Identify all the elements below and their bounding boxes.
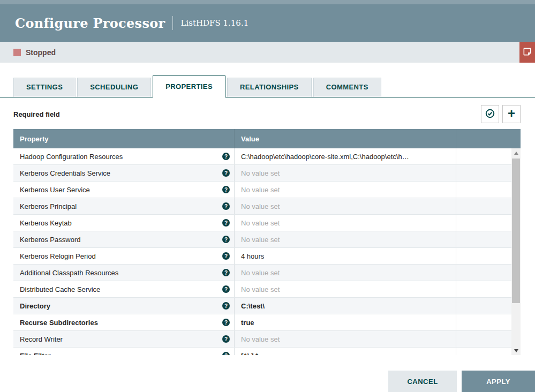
tab-bar: SETTINGS SCHEDULING PROPERTIES RELATIONS… <box>0 76 535 97</box>
help-icon[interactable] <box>222 302 230 310</box>
table-row: Additional Classpath Resources No value … <box>13 265 511 281</box>
row-filler-cell <box>456 148 511 164</box>
tab-relationships[interactable]: RELATIONSHIPS <box>227 78 312 97</box>
property-value[interactable]: true <box>235 314 456 330</box>
properties-table: Property Value Hadoop Configuration Reso… <box>13 129 521 355</box>
table-header: Property Value <box>13 129 521 148</box>
stopped-state-icon <box>13 49 21 56</box>
row-filler-cell <box>456 182 511 198</box>
property-value[interactable]: C:\hadoop\etc\hadoop\core-site.xml,C:\ha… <box>235 148 456 164</box>
row-filler-cell <box>456 281 511 297</box>
tab-properties[interactable]: PROPERTIES <box>153 76 225 97</box>
property-cell: Distributed Cache Service <box>13 281 235 297</box>
help-icon[interactable] <box>222 269 230 276</box>
help-icon[interactable] <box>222 285 230 293</box>
property-name: Kerberos Keytab <box>20 219 72 227</box>
property-value[interactable]: No value set <box>235 231 456 247</box>
scroll-up-arrow-icon[interactable] <box>511 148 521 157</box>
column-header-value: Value <box>235 129 456 148</box>
help-icon[interactable] <box>222 153 230 160</box>
help-icon[interactable] <box>222 252 230 260</box>
verify-properties-button[interactable] <box>481 105 499 123</box>
help-icon[interactable] <box>222 319 230 326</box>
table-row: File Filter [^\.].* <box>13 348 511 355</box>
status-bar: Stopped <box>0 42 535 63</box>
tab-comments[interactable]: COMMENTS <box>313 78 381 97</box>
toolbar-buttons: + <box>481 105 521 123</box>
row-filler-cell <box>456 331 511 347</box>
property-value[interactable]: No value set <box>235 215 456 231</box>
row-filler-cell <box>456 248 511 264</box>
dialog-footer: CANCEL APPLY <box>388 371 535 392</box>
property-value[interactable]: 4 hours <box>235 248 456 264</box>
property-cell: Record Writer <box>13 331 235 347</box>
processor-name-version: ListHDFS 1.16.1 <box>180 18 248 28</box>
property-name: Record Writer <box>20 335 63 343</box>
row-filler-cell <box>456 198 511 214</box>
cancel-button[interactable]: CANCEL <box>388 371 457 392</box>
help-icon[interactable] <box>222 202 230 210</box>
state-label: Stopped <box>26 48 56 57</box>
properties-toolbar: Required field + <box>13 104 521 124</box>
row-filler-cell <box>456 314 511 330</box>
row-filler-cell <box>456 298 511 314</box>
property-value[interactable]: C:\test\ <box>235 298 456 314</box>
property-name: Distributed Cache Service <box>20 285 100 293</box>
apply-button[interactable]: APPLY <box>462 371 535 392</box>
property-cell: File Filter <box>13 348 235 355</box>
canvas-top-strip <box>0 0 535 4</box>
property-value[interactable]: No value set <box>235 165 456 181</box>
column-header-filler <box>456 129 521 148</box>
property-cell: Hadoop Configuration Resources <box>13 148 235 164</box>
property-cell: Recurse Subdirectories <box>13 314 235 330</box>
table-row: Kerberos Principal No value set <box>13 198 511 215</box>
column-header-property: Property <box>13 129 235 148</box>
help-icon[interactable] <box>222 236 230 243</box>
property-value[interactable]: No value set <box>235 281 456 297</box>
property-cell: Additional Classpath Resources <box>13 265 235 281</box>
property-value[interactable]: No value set <box>235 331 456 347</box>
table-row: Distributed Cache Service No value set <box>13 281 511 298</box>
property-value[interactable]: No value set <box>235 198 456 214</box>
properties-table-body: Hadoop Configuration Resources C:\hadoop… <box>13 148 521 355</box>
table-row: Kerberos Password No value set <box>13 231 511 248</box>
add-property-button[interactable]: + <box>502 105 521 123</box>
title-divider <box>172 16 173 30</box>
help-icon[interactable] <box>222 169 230 177</box>
table-row: Kerberos Relogin Period 4 hours <box>13 248 511 265</box>
dialog-title: Configure Processor <box>15 16 165 31</box>
bulletin-indicator[interactable] <box>519 42 535 63</box>
help-icon[interactable] <box>222 335 230 343</box>
property-name: Kerberos Password <box>20 236 80 244</box>
property-name: Directory <box>20 302 50 310</box>
help-icon[interactable] <box>222 219 230 227</box>
help-icon[interactable] <box>222 186 230 193</box>
vertical-scrollbar[interactable] <box>511 148 521 355</box>
property-name: Hadoop Configuration Resources <box>20 153 123 161</box>
property-name: File Filter <box>20 352 51 356</box>
tab-settings[interactable]: SETTINGS <box>13 78 76 97</box>
row-filler-cell <box>456 265 511 281</box>
help-icon[interactable] <box>222 352 230 355</box>
table-row: Recurse Subdirectories true <box>13 314 511 331</box>
table-row: Directory C:\test\ <box>13 298 511 314</box>
note-icon <box>523 47 532 58</box>
table-body-viewport: Hadoop Configuration Resources C:\hadoop… <box>13 148 521 355</box>
property-name: Kerberos Credentials Service <box>20 169 110 177</box>
property-value[interactable]: [^\.].* <box>235 348 456 355</box>
property-name: Recurse Subdirectories <box>20 319 98 327</box>
scroll-down-arrow-icon[interactable] <box>511 346 521 355</box>
property-value[interactable]: No value set <box>235 182 456 198</box>
scrollbar-thumb[interactable] <box>512 159 520 303</box>
property-cell: Kerberos User Service <box>13 182 235 198</box>
row-filler-cell <box>456 165 511 181</box>
property-cell: Kerberos Relogin Period <box>13 248 235 264</box>
property-cell: Kerberos Password <box>13 231 235 247</box>
property-cell: Kerberos Principal <box>13 198 235 214</box>
table-row: Record Writer No value set <box>13 331 511 348</box>
tab-scheduling[interactable]: SCHEDULING <box>77 78 151 97</box>
property-value[interactable]: No value set <box>235 265 456 281</box>
row-filler-cell <box>456 215 511 231</box>
plus-icon: + <box>508 107 515 120</box>
property-name: Kerberos Principal <box>20 202 77 210</box>
